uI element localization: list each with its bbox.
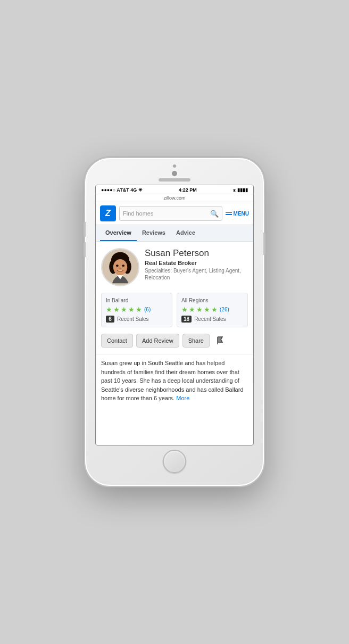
star-5: ★ [136, 306, 142, 313]
search-placeholder: Find homes [123, 210, 210, 217]
tab-reviews[interactable]: Reviews [137, 225, 171, 241]
star-2: ★ [189, 306, 195, 313]
top-dot [173, 164, 176, 168]
power-button[interactable] [263, 233, 265, 255]
all-regions-sales-row: 18 Recent Sales [181, 316, 243, 323]
speaker-grill [159, 178, 190, 181]
volume-down-button[interactable] [84, 242, 86, 257]
zillow-logo-text: Z [105, 209, 111, 218]
avatar-image [102, 248, 138, 286]
hamburger-icon [226, 212, 232, 215]
all-regions-review-count[interactable]: (26) [220, 307, 229, 312]
ballard-review-count[interactable]: (6) [144, 307, 151, 312]
contact-button[interactable]: Contact [101, 334, 133, 348]
volume-up-button[interactable] [84, 222, 86, 237]
battery-icon: ▮▮▮▮ [237, 187, 248, 193]
svg-point-4 [113, 259, 127, 275]
stats-section: In Ballard ★ ★ ★ ★ ★ (6) 6 Recent Sales … [96, 293, 253, 333]
search-box[interactable]: Find homes 🔍 [119, 206, 222, 221]
share-button[interactable]: Share [182, 334, 210, 348]
agent-description: Susan grew up in South Seattle and has h… [96, 354, 253, 408]
ballard-sales-row: 6 Recent Sales [106, 316, 168, 323]
flag-icon [216, 336, 226, 345]
carrier-signal: ●●●●○ AT&T 4G ✳ [101, 187, 143, 193]
agent-name: Susan Peterson [145, 248, 248, 259]
url-bar[interactable]: zillow.com [96, 194, 253, 202]
tab-advice[interactable]: Advice [171, 225, 201, 241]
phone-screen: ●●●●○ AT&T 4G ✳ 4:22 PM ⁎ ▮▮▮▮ zillow.co… [95, 185, 254, 445]
star-3: ★ [196, 306, 203, 313]
all-regions-sales-label: Recent Sales [194, 316, 226, 322]
star-4: ★ [204, 306, 210, 313]
ballard-sales-label: Recent Sales [117, 316, 148, 322]
front-camera [172, 171, 177, 176]
star-5: ★ [211, 306, 218, 313]
menu-button[interactable]: MENU [226, 211, 249, 217]
stat-box-all-regions: All Regions ★ ★ ★ ★ ★ (26) 18 Recent Sal… [177, 293, 248, 327]
stat-box-ballard: In Ballard ★ ★ ★ ★ ★ (6) 6 Recent Sales [101, 293, 172, 327]
agent-title: Real Estate Broker [145, 260, 248, 266]
avatar [101, 248, 139, 286]
more-link[interactable]: More [176, 395, 189, 401]
tab-overview[interactable]: Overview [100, 225, 137, 241]
status-bar: ●●●●○ AT&T 4G ✳ 4:22 PM ⁎ ▮▮▮▮ [96, 185, 253, 194]
ballard-region-label: In Ballard [106, 298, 168, 303]
status-bar-right: ⁎ ▮▮▮▮ [233, 187, 248, 193]
ballard-stars: ★ ★ ★ ★ ★ (6) [106, 306, 168, 313]
agent-info: Susan Peterson Real Estate Broker Specia… [145, 248, 248, 281]
all-regions-stars: ★ ★ ★ ★ ★ (26) [181, 306, 243, 313]
flag-button[interactable] [213, 333, 229, 349]
action-buttons: Contact Add Review Share [96, 333, 253, 354]
status-bar-left: ●●●●○ AT&T 4G ✳ [101, 187, 143, 193]
star-2: ★ [113, 306, 120, 313]
app-header: Z Find homes 🔍 MENU [96, 202, 253, 225]
search-icon[interactable]: 🔍 [210, 210, 219, 218]
svg-point-5 [116, 265, 119, 267]
star-1: ★ [181, 306, 188, 313]
svg-point-7 [119, 267, 121, 269]
all-regions-sales-badge: 18 [181, 316, 192, 323]
star-4: ★ [128, 306, 135, 313]
ballard-sales-badge: 6 [106, 316, 114, 323]
add-review-button[interactable]: Add Review [136, 334, 179, 348]
bluetooth-icon: ⁎ [233, 187, 236, 193]
svg-point-6 [122, 265, 124, 267]
menu-label: MENU [234, 211, 249, 217]
status-time: 4:22 PM [179, 187, 197, 193]
tab-bar: Overview Reviews Advice [96, 225, 253, 242]
agent-profile: Susan Peterson Real Estate Broker Specia… [96, 242, 253, 293]
agent-specialties: Specialties: Buyer's Agent, Listing Agen… [145, 267, 248, 281]
description-text: Susan grew up in South Seattle and has h… [101, 360, 244, 401]
phone-frame: ●●●●○ AT&T 4G ✳ 4:22 PM ⁎ ▮▮▮▮ zillow.co… [84, 157, 265, 487]
star-3: ★ [121, 306, 127, 313]
star-1: ★ [106, 306, 112, 313]
all-regions-label: All Regions [181, 298, 243, 303]
zillow-logo: Z [100, 205, 116, 221]
home-button[interactable] [163, 450, 186, 473]
